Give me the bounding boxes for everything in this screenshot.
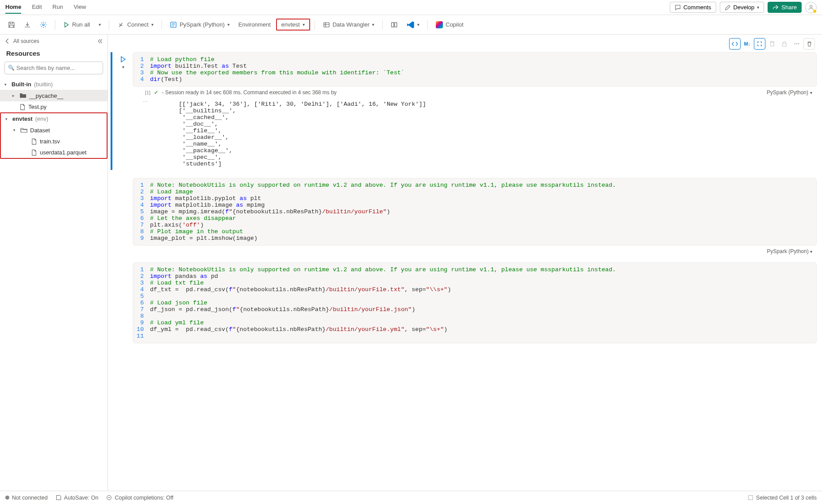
chevron-down-icon: ▾ <box>303 22 305 27</box>
expand-button[interactable] <box>754 38 765 50</box>
code-cell-3[interactable]: 1# Note: NotebookUtils is only supported… <box>113 262 817 343</box>
envtest-hint: (env) <box>35 115 49 122</box>
code-editor[interactable]: 1# Load python file 2import builtin.Test… <box>133 52 817 87</box>
layout-button[interactable] <box>387 19 401 31</box>
svg-rect-5 <box>395 23 397 27</box>
toolbar: Run all ▾ Connect ▾ PySpark (Python) ▾ E… <box>0 15 822 35</box>
download-button[interactable] <box>20 19 35 31</box>
code-cell-1[interactable]: ▾ 1# Load python file 2import builtin.Te… <box>113 52 817 170</box>
connect-icon <box>117 21 124 28</box>
tab-run[interactable]: Run <box>53 1 63 14</box>
file-icon <box>19 104 26 110</box>
search-input[interactable] <box>4 62 103 74</box>
dataset-label: Dataset <box>30 127 50 134</box>
lock-icon <box>781 41 787 47</box>
copilot-status[interactable]: Copilot completions: Off <box>106 495 173 501</box>
share-icon <box>772 4 779 11</box>
all-sources-label[interactable]: All sources <box>13 38 39 44</box>
connect-button[interactable]: Connect ▾ <box>114 19 157 31</box>
share-button[interactable]: Share <box>768 2 802 13</box>
svg-point-0 <box>810 5 812 7</box>
environment-label-button[interactable]: Environment <box>235 19 274 31</box>
more-button[interactable]: ⋯ <box>791 38 803 50</box>
code-editor[interactable]: 1# Note: NotebookUtils is only supported… <box>133 262 817 343</box>
kernel-badge[interactable]: PySpark (Python) ▾ <box>767 89 812 96</box>
search-icon: 🔍 <box>8 65 15 71</box>
download-icon <box>24 21 31 28</box>
run-all-button[interactable]: Run all <box>60 19 93 31</box>
tab-edit[interactable]: Edit <box>32 1 42 14</box>
save-button[interactable] <box>4 19 19 31</box>
develop-button[interactable]: Develop ▾ <box>720 2 764 13</box>
copilot-status-icon <box>106 495 112 500</box>
run-cell-button[interactable] <box>119 56 127 63</box>
chevron-right-icon: ▸ <box>12 93 17 98</box>
kernel-badge[interactable]: PySpark (Python) ▾ <box>767 248 812 254</box>
more-output-icon[interactable]: ⋯ <box>143 99 148 170</box>
settings-button[interactable] <box>36 19 50 31</box>
vscode-button[interactable]: ▾ <box>403 18 423 31</box>
copilot-label: Copilot <box>446 21 463 28</box>
run-cell-dropdown[interactable]: ▾ <box>122 65 124 69</box>
train-label: train.tsv <box>40 138 60 145</box>
pycache-label: __pycache__ <box>29 92 63 99</box>
play-icon <box>119 56 127 63</box>
code-editor[interactable]: 1# Note: NotebookUtils is only supported… <box>133 178 817 246</box>
envtest-dropdown[interactable]: envtest ▾ <box>276 19 310 31</box>
chevron-down-icon: ▾ <box>4 82 9 87</box>
autosave-status[interactable]: AutoSave: On <box>56 495 99 501</box>
copilot-icon <box>436 21 443 28</box>
kernel-selector[interactable]: PySpark (Python) ▾ <box>166 19 233 31</box>
save-icon <box>8 21 15 28</box>
cell-action-toolbar: M↓ ⋯ <box>113 35 817 52</box>
train-file[interactable]: train.tsv <box>1 136 107 147</box>
exec-count: [1] <box>137 90 150 95</box>
dataset-folder[interactable]: ▾ Dataset <box>1 124 107 136</box>
run-all-dropdown[interactable]: ▾ <box>95 19 104 30</box>
envtest-folder[interactable]: ▾ envtest (env) <box>1 113 107 124</box>
svg-rect-4 <box>392 23 394 27</box>
builtin-folder[interactable]: ▾ Built-in (builtin) <box>0 79 108 90</box>
share-label: Share <box>781 4 797 11</box>
lock-button[interactable] <box>779 38 790 50</box>
selection-status[interactable]: Selected Cell 1 of 3 cells <box>748 495 817 501</box>
data-wrangler-button[interactable]: Data Wrangler ▾ <box>319 19 378 31</box>
folder-icon <box>19 92 27 99</box>
connect-label: Connect <box>127 21 148 28</box>
tab-home[interactable]: Home <box>5 1 21 14</box>
chevron-down-icon: ▾ <box>151 22 154 27</box>
chevron-down-icon: ▾ <box>417 22 419 27</box>
comments-label: Comments <box>684 4 711 11</box>
code-toggle-button[interactable] <box>729 38 741 50</box>
menu-tabs: Home Edit Run View <box>5 1 86 14</box>
code-cell-2[interactable]: 1# Note: NotebookUtils is only supported… <box>113 178 817 254</box>
delete-cell-button[interactable] <box>803 38 815 50</box>
markdown-button[interactable]: M↓ <box>741 38 753 50</box>
resources-title: Resources <box>0 48 108 62</box>
selection-icon <box>748 495 753 500</box>
connection-status[interactable]: Not connected <box>5 495 48 501</box>
data-wrangler-icon <box>323 21 330 28</box>
copilot-button[interactable]: Copilot <box>432 19 467 31</box>
tab-view[interactable]: View <box>73 1 86 14</box>
userdata-file[interactable]: userdata1.parquet <box>1 147 107 158</box>
avatar[interactable] <box>805 2 817 13</box>
check-icon: ✓ <box>154 89 158 96</box>
exec-status-text: - Session ready in 14 sec 608 ms. Comman… <box>162 89 337 96</box>
environment-label: Environment <box>238 21 271 28</box>
back-button[interactable] <box>4 38 11 44</box>
layout-icon <box>391 21 398 28</box>
copy-icon <box>769 41 775 47</box>
comments-button[interactable]: Comments <box>670 2 716 13</box>
collapse-sidebar-button[interactable] <box>97 38 103 44</box>
svg-rect-3 <box>324 23 329 27</box>
pycache-folder[interactable]: ▸ __pycache__ <box>0 90 108 101</box>
copy-button[interactable] <box>766 38 778 50</box>
data-wrangler-label: Data Wrangler <box>333 21 370 28</box>
testpy-file[interactable]: Test.py <box>0 101 108 112</box>
svg-rect-7 <box>783 43 787 46</box>
vscode-icon <box>407 21 415 29</box>
chevron-down-icon: ▾ <box>5 117 10 121</box>
gear-icon <box>40 21 47 28</box>
code-icon <box>732 41 738 47</box>
